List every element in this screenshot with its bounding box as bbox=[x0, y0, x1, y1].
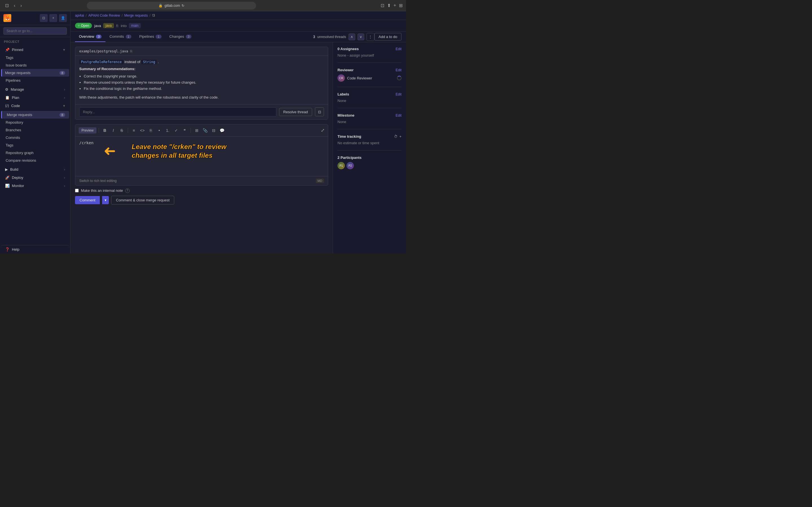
labels-section: Labels Edit None bbox=[338, 92, 402, 108]
back-btn[interactable]: ‹ bbox=[12, 3, 17, 9]
chevron-right-icon5: › bbox=[64, 184, 65, 188]
assignees-section: 0 Assignees Edit None - assign yourself bbox=[338, 47, 402, 63]
comment-btn2[interactable]: 💬 bbox=[218, 127, 226, 134]
fullscreen-btn[interactable]: ⊟ bbox=[210, 127, 217, 134]
tab-pipelines[interactable]: Pipelines 1 bbox=[135, 32, 165, 42]
search-input[interactable] bbox=[3, 27, 67, 35]
sidebar-item-repository-graph[interactable]: Repository graph bbox=[0, 149, 70, 157]
right-sidebar: 0 Assignees Edit None - assign yourself … bbox=[333, 42, 406, 253]
sidebar-item-issue-boards[interactable]: Issue boards bbox=[0, 61, 70, 69]
reviewer-spinner bbox=[397, 76, 402, 80]
milestone-edit-btn[interactable]: Edit bbox=[396, 114, 402, 117]
chevron-down-icon: ▾ bbox=[63, 48, 65, 52]
resolve-icon-btn[interactable]: ⊡ bbox=[315, 107, 324, 116]
time-tracking-icon[interactable]: ⏱ bbox=[394, 134, 398, 138]
resolve-thread-btn[interactable]: Resolve thread bbox=[279, 108, 312, 116]
new-item-btn[interactable]: + bbox=[49, 14, 57, 22]
reviewer-title: Reviewer bbox=[338, 68, 354, 72]
ordered-list-btn[interactable]: ≡ bbox=[130, 127, 138, 134]
build-label: Build bbox=[10, 167, 18, 172]
share-icon[interactable]: ⬆ bbox=[387, 3, 391, 8]
time-tracking-section: Time tracking ⏱ + No estimate or time sp… bbox=[338, 134, 402, 151]
code-ref: PostgreRoleReference bbox=[79, 60, 123, 64]
more-options-btn[interactable]: ⋮ bbox=[366, 33, 374, 41]
internal-note-label: Make this an internal note bbox=[81, 188, 123, 193]
tab-changes[interactable]: Changes 3 bbox=[165, 32, 195, 42]
file-name: examples/postgresql.java bbox=[79, 49, 128, 53]
time-add-icon[interactable]: + bbox=[399, 134, 402, 138]
internal-note-checkbox[interactable] bbox=[75, 189, 79, 192]
reload-icon: ↻ bbox=[182, 4, 185, 8]
tab-grid-icon[interactable]: ⊞ bbox=[399, 3, 403, 8]
reviewer-edit-btn[interactable]: Edit bbox=[396, 68, 402, 72]
italic-btn[interactable]: I bbox=[110, 127, 117, 134]
new-tab-icon[interactable]: + bbox=[394, 3, 396, 8]
cast-icon[interactable]: ⊡ bbox=[380, 3, 384, 8]
add-todo-btn[interactable]: Add a to do bbox=[374, 33, 402, 41]
preview-tab[interactable]: Preview bbox=[79, 127, 96, 133]
sidebar-item-pinned[interactable]: 📌 Pinned ▾ bbox=[1, 46, 69, 54]
link-btn[interactable]: ⎘ bbox=[147, 127, 154, 134]
summary-footer: With these adjustments, the patch will e… bbox=[79, 95, 324, 100]
checklist-btn[interactable]: ✓ bbox=[172, 127, 180, 134]
user-avatar-btn[interactable]: 👤 bbox=[59, 14, 67, 22]
time-tracking-value: No estimate or time spent bbox=[338, 141, 402, 145]
open-label: Open bbox=[81, 24, 89, 27]
sidebar-item-help[interactable]: ❓ Help bbox=[1, 245, 69, 253]
breadcrumb-project[interactable]: API4AI Code Review bbox=[88, 13, 120, 17]
sidebar-item-code-merge-requests[interactable]: Merge requests 8 bbox=[1, 111, 69, 119]
forward-btn[interactable]: › bbox=[18, 3, 23, 9]
tab-commits[interactable]: Commits 1 bbox=[105, 32, 135, 42]
tab-overview-badge: 3 bbox=[96, 35, 101, 39]
rich-text-label[interactable]: Switch to rich text editing bbox=[79, 179, 117, 183]
tab-overview-label: Overview bbox=[79, 34, 94, 39]
sidebar-item-compare-revisions[interactable]: Compare revisions bbox=[0, 157, 70, 164]
table-btn[interactable]: ⊞ bbox=[193, 127, 200, 134]
code-label: Code bbox=[11, 104, 20, 108]
sidebar-item-tags[interactable]: Tags bbox=[0, 142, 70, 149]
reply-input[interactable] bbox=[79, 107, 276, 117]
bullet-3: Fix the conditional logic in the getName… bbox=[84, 86, 324, 92]
address-bar[interactable]: 🔒 gitlab.com ↻ bbox=[87, 2, 256, 10]
breadcrumb-merge-requests[interactable]: Merge requests bbox=[124, 13, 148, 17]
sidebar-item-merge-requests[interactable]: Merge requests 8 bbox=[1, 69, 69, 76]
sidebar-toggle[interactable]: ⊡ bbox=[3, 2, 10, 9]
sidebar-item-plan[interactable]: 📋 Plan › bbox=[1, 94, 69, 102]
next-thread-btn[interactable]: ∨ bbox=[357, 34, 364, 40]
breadcrumb-api4ai[interactable]: api4ai bbox=[75, 13, 84, 17]
copy-file-icon[interactable]: ⎘ bbox=[130, 49, 132, 53]
attach-btn[interactable]: 📎 bbox=[202, 127, 209, 134]
quote-btn[interactable]: ❝ bbox=[181, 127, 188, 134]
sidebar-item-code[interactable]: ⟨/⟩ Code ▾ bbox=[1, 102, 69, 110]
manage-label: Manage bbox=[11, 87, 24, 92]
sidebar-item-monitor[interactable]: 📊 Monitor › bbox=[1, 182, 69, 190]
sidebar-item-repository[interactable]: Repository bbox=[0, 119, 70, 126]
sidebar-toggle-btn[interactable]: ⊡ bbox=[40, 14, 48, 22]
expand-editor-btn[interactable]: ⤢ bbox=[321, 128, 324, 133]
sidebar-item-tags[interactable]: Tags bbox=[0, 54, 70, 61]
num-list-btn[interactable]: 1. bbox=[164, 127, 171, 134]
reply-area: Resolve thread ⊡ bbox=[75, 104, 328, 119]
pin-icon: 📌 bbox=[5, 48, 10, 52]
sidebar-item-commits[interactable]: Commits bbox=[0, 134, 70, 142]
tab-overview[interactable]: Overview 3 bbox=[75, 32, 105, 42]
comment-dropdown-btn[interactable]: ▾ bbox=[102, 196, 109, 204]
sidebar-item-manage[interactable]: ⚙ Manage › bbox=[1, 86, 69, 94]
sidebar-item-deploy[interactable]: 🚀 Deploy › bbox=[1, 173, 69, 182]
editor-content[interactable]: /crken ➜ Leave note "/crken" to reviewch… bbox=[75, 136, 328, 176]
comment-submit-btn[interactable]: Comment bbox=[75, 196, 100, 204]
close-merge-request-btn[interactable]: Comment & close merge request bbox=[111, 196, 174, 205]
strikethrough-btn[interactable]: S bbox=[118, 127, 125, 134]
bold-btn[interactable]: B bbox=[101, 127, 109, 134]
labels-edit-btn[interactable]: Edit bbox=[396, 93, 402, 96]
pipelines-label: Pipelines bbox=[6, 78, 20, 82]
bullet-list-btn[interactable]: • bbox=[156, 127, 163, 134]
sidebar-item-pipelines[interactable]: Pipelines bbox=[0, 76, 70, 84]
assignees-edit-btn[interactable]: Edit bbox=[396, 47, 402, 51]
sidebar-item-build[interactable]: ▶ Build › bbox=[1, 165, 69, 173]
code-btn[interactable]: <> bbox=[139, 127, 146, 134]
copy-icon[interactable]: ⎘ bbox=[116, 24, 118, 28]
prev-thread-btn[interactable]: ∧ bbox=[349, 34, 355, 40]
help-tooltip-icon[interactable]: ? bbox=[125, 188, 130, 193]
sidebar-item-branches[interactable]: Branches bbox=[0, 126, 70, 134]
